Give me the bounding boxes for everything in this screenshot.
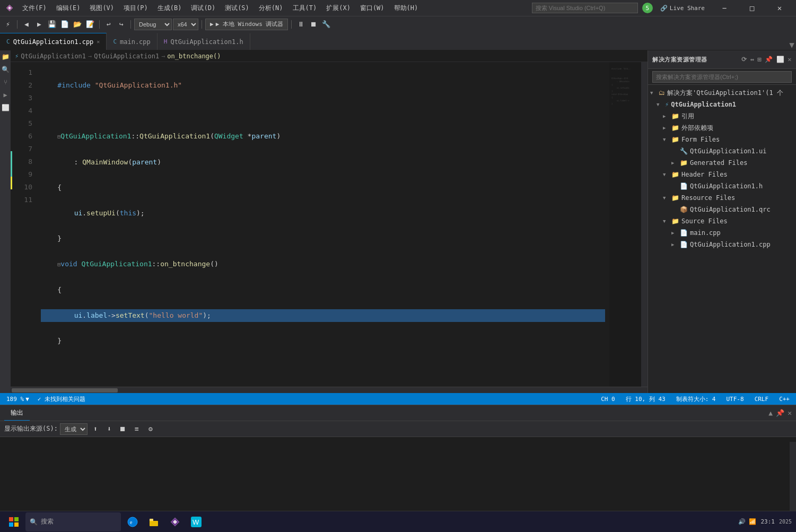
menu-extensions[interactable]: 扩展(X)	[322, 3, 355, 14]
editor-hscroll[interactable]	[11, 387, 648, 393]
tabs-dropdown-btn[interactable]: ▼	[788, 40, 796, 50]
taskbar-app2[interactable]: W	[187, 512, 206, 531]
toolbar-new-btn[interactable]: 📝	[84, 19, 96, 30]
tree-ext-deps[interactable]: ▶ 📁 外部依赖项	[648, 122, 796, 134]
run-debug-btn[interactable]: ▶ ▶ 本地 Windows 调试器	[205, 19, 288, 30]
menu-debug[interactable]: 调试(D)	[187, 3, 220, 14]
status-issues[interactable]: ✓ 未找到相关问题	[36, 395, 88, 403]
taskbar-browser[interactable]: e	[123, 512, 142, 531]
tab-main-cpp[interactable]: C QtGuiApplication1.cpp ✕	[0, 33, 107, 50]
output-source-select[interactable]: 生成 调试	[60, 423, 88, 435]
menu-build[interactable]: 生成(B)	[153, 3, 186, 14]
tab-header[interactable]: H QtGuiApplication1.h	[158, 33, 250, 50]
main-cpp-icon: 📄	[680, 229, 688, 237]
status-eol[interactable]: CRLF	[753, 396, 771, 403]
code-line-11: }	[41, 335, 605, 347]
tree-maincpp-file[interactable]: ▶ 📄 main.cpp	[648, 227, 796, 239]
hscroll-thumb[interactable]	[12, 388, 118, 393]
toolbar-breakpoint-btn[interactable]: ⏸	[295, 19, 307, 30]
tree-h-file[interactable]: ▶ 📄 QtGuiApplication1.h	[648, 180, 796, 192]
taskbar-start[interactable]	[4, 512, 23, 531]
toolbar-forward-btn[interactable]: ▶	[33, 19, 45, 30]
activity-extensions[interactable]: ⬜	[1, 103, 10, 112]
tree-header-files[interactable]: ▼ 📁 Header Files	[648, 169, 796, 180]
close-sidebar-icon[interactable]: ✕	[788, 56, 792, 63]
menu-test[interactable]: 测试(S)	[221, 3, 253, 14]
tree-resource-files[interactable]: ▼ 📁 Resource Files	[648, 192, 796, 204]
tree-source-files[interactable]: ▼ 📁 Source Files	[648, 215, 796, 227]
toolbar-save-btn[interactable]: 💾	[46, 19, 58, 30]
activity-run[interactable]: ▶	[1, 91, 10, 99]
menu-file[interactable]: 文件(F)	[18, 3, 51, 14]
menu-help[interactable]: 帮助(H)	[390, 3, 423, 14]
menu-view[interactable]: 视图(V)	[85, 3, 118, 14]
app-cpp-icon: 📄	[680, 241, 688, 248]
close-btn[interactable]: ✕	[767, 0, 792, 16]
code-editor[interactable]: #include "QtGuiApplication1.h" ⊟QtGuiApp…	[39, 62, 609, 387]
panel-tab-output[interactable]: 输出	[4, 406, 30, 421]
dock-icon[interactable]: ⬜	[776, 56, 785, 63]
refresh-icon[interactable]: ↔	[750, 56, 755, 63]
status-ch[interactable]: CH 0	[599, 396, 617, 403]
activity-git[interactable]: ⑂	[1, 78, 10, 86]
tree-qrc-file[interactable]: ▶ 📦 QtGuiApplication1.qrc	[648, 204, 796, 215]
tree-references[interactable]: ▶ 📁 引用	[648, 110, 796, 122]
filter-icon[interactable]: ⊞	[758, 56, 762, 63]
status-encoding[interactable]: UTF-8	[724, 396, 746, 403]
minimize-btn[interactable]: −	[712, 0, 737, 16]
editor-scrollbar[interactable]	[641, 62, 648, 387]
tab-close-0[interactable]: ✕	[97, 39, 100, 45]
menu-analyze[interactable]: 分析(N)	[255, 3, 287, 14]
output-btn-3[interactable]: ⏹	[117, 423, 129, 435]
toolbar-undo-btn[interactable]: ↩	[103, 19, 115, 30]
menu-edit[interactable]: 编辑(E)	[52, 3, 85, 14]
toolbar-redo-btn[interactable]: ↪	[116, 19, 127, 30]
taskbar-vs[interactable]	[165, 512, 185, 531]
sync-icon[interactable]: ⟳	[741, 56, 747, 63]
h-file-icon: 📄	[680, 182, 688, 190]
output-btn-4[interactable]: ≡	[131, 423, 143, 435]
panel-close-icon[interactable]: ✕	[788, 409, 792, 417]
output-btn-1[interactable]: ⬆	[90, 423, 101, 435]
maximize-btn[interactable]: □	[740, 0, 764, 16]
live-share-btn[interactable]: 🔗 Live Share	[656, 5, 709, 12]
title-search-input[interactable]	[532, 3, 638, 13]
menu-window[interactable]: 窗口(W)	[356, 3, 389, 14]
toolbar-btn-1[interactable]: ⚡	[2, 19, 14, 30]
status-zoom[interactable]: 189 % ▼	[4, 396, 31, 403]
status-line-col[interactable]: 行 10, 列 43	[624, 395, 668, 403]
status-tabsize[interactable]: 制表符大小: 4	[674, 395, 718, 403]
ui-file-label: QtGuiApplication1.ui	[690, 147, 767, 155]
menu-project[interactable]: 项目(P)	[119, 3, 152, 14]
tree-appcpp-file[interactable]: ▶ 📄 QtGuiApplication1.cpp	[648, 239, 796, 250]
toolbar-open-btn[interactable]: 📂	[72, 19, 83, 30]
activity-search[interactable]: 🔍	[1, 65, 10, 74]
taskbar-search[interactable]: 🔍 搜索	[25, 512, 121, 531]
toolbar-save-all-btn[interactable]: 📄	[59, 19, 71, 30]
panel-up-icon[interactable]: ▲	[768, 409, 773, 417]
status-language[interactable]: C++	[777, 396, 792, 403]
breadcrumb-method: on_btnchange()	[167, 53, 221, 60]
taskbar-explorer[interactable]	[144, 512, 163, 531]
tree-ui-file[interactable]: ▶ 🔧 QtGuiApplication1.ui	[648, 145, 796, 157]
toolbar-back-btn[interactable]: ◀	[21, 19, 32, 30]
output-content[interactable]	[0, 437, 796, 511]
tab-label-0: QtGuiApplication1.cpp	[13, 38, 94, 46]
toolbar-stop-btn[interactable]: ⏹	[308, 19, 319, 30]
minimap: #include "QtG.. QtGuiApp::QtG : QMainWin…	[609, 62, 641, 387]
tree-form-files[interactable]: ▼ 📁 Form Files	[648, 134, 796, 145]
panel-pin-icon[interactable]: 📌	[776, 409, 784, 417]
output-btn-5[interactable]: ⚙	[145, 423, 156, 435]
activity-explorer[interactable]: 📁	[1, 53, 10, 61]
tree-project[interactable]: ▼ ⚡ QtGuiApplication1	[648, 99, 796, 110]
tab-maincpp[interactable]: C main.cpp	[107, 33, 157, 50]
debug-config-dropdown[interactable]: Debug Release	[134, 19, 172, 30]
sidebar-search-input[interactable]	[652, 71, 792, 83]
toolbar-misc-btn[interactable]: 🔧	[320, 19, 332, 30]
tree-generated-files[interactable]: ▶ 📁 Generated Files	[648, 157, 796, 169]
pin-icon[interactable]: 📌	[765, 56, 773, 63]
platform-dropdown[interactable]: x64 x86	[173, 19, 198, 30]
tree-solution[interactable]: ▼ 🗂 解决方案'QtGuiApplication1'(1 个	[648, 87, 796, 99]
output-btn-2[interactable]: ⬇	[103, 423, 115, 435]
menu-tools[interactable]: 工具(T)	[288, 3, 321, 14]
